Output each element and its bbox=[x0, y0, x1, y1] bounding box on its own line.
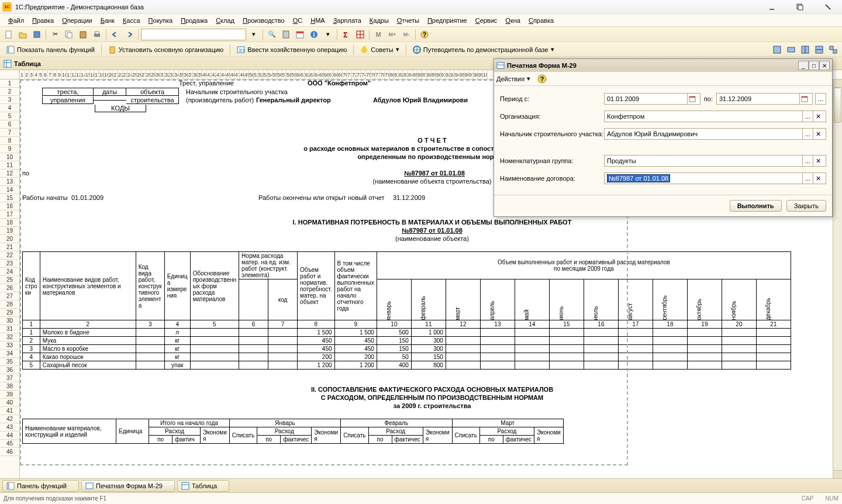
redo-icon[interactable] bbox=[123, 28, 136, 41]
dlg-close-button[interactable]: ✕ bbox=[819, 61, 830, 70]
doc-tab-label: Таблица bbox=[14, 60, 41, 67]
select-button[interactable]: ... bbox=[802, 156, 813, 166]
window-icon-5[interactable] bbox=[827, 43, 840, 56]
guide-button[interactable]: Путеводитель по демонстрационной базе▾ bbox=[409, 43, 558, 56]
actions-menu[interactable]: Действия bbox=[496, 75, 524, 82]
date-from-input[interactable]: 01.01.2009 bbox=[604, 93, 700, 105]
svg-rect-37 bbox=[816, 46, 823, 50]
menu-bank[interactable]: Банк bbox=[97, 16, 118, 25]
period-from-label: Период с: bbox=[500, 95, 604, 102]
statusbar: Для получения подсказки нажмите F1 CAP N… bbox=[0, 492, 842, 504]
clear-button[interactable]: ✕ bbox=[813, 129, 823, 139]
enter-op-button[interactable]: Кт Ввести хозяйственную операцию bbox=[233, 43, 351, 56]
search-input[interactable] bbox=[141, 29, 246, 40]
clear-button[interactable]: ✕ bbox=[813, 111, 823, 122]
date-to-input[interactable]: 31.12.2009 bbox=[716, 93, 813, 105]
close-button[interactable] bbox=[816, 1, 840, 13]
undo-icon[interactable] bbox=[109, 28, 122, 41]
info-icon[interactable]: i bbox=[308, 28, 320, 41]
guide-label: Путеводитель по демонстрационной базе bbox=[423, 46, 548, 53]
select-button[interactable]: ... bbox=[802, 129, 813, 139]
menu-service[interactable]: Сервис bbox=[472, 16, 501, 25]
menu-prodaja[interactable]: Продажа bbox=[177, 16, 211, 25]
menu-file[interactable]: Файл bbox=[5, 16, 27, 25]
enter-op-label: Ввести хозяйственную операцию bbox=[247, 46, 347, 53]
app-title: 1С:Предприятие - Демонстрационная база bbox=[15, 4, 760, 11]
calendar-icon[interactable] bbox=[294, 28, 306, 41]
window-icon-4[interactable] bbox=[813, 43, 826, 56]
set-org-button[interactable]: Установить основную организацию bbox=[104, 43, 228, 56]
vertical-scrollbar[interactable] bbox=[833, 80, 842, 478]
calendar-button[interactable] bbox=[799, 94, 810, 104]
window-icon-3[interactable] bbox=[799, 43, 812, 56]
nom-input[interactable]: Продукты ...✕ bbox=[604, 155, 826, 167]
paste-icon[interactable] bbox=[77, 28, 89, 41]
menu-os[interactable]: ОС bbox=[289, 16, 306, 25]
select-button[interactable]: ... bbox=[802, 111, 813, 122]
menu-otchety[interactable]: Отчеты bbox=[394, 16, 423, 25]
dlg-close-action[interactable]: Закрыть bbox=[786, 200, 826, 212]
print-icon[interactable] bbox=[91, 28, 103, 41]
find-icon[interactable]: 🔍 bbox=[265, 28, 278, 41]
dialog-titlebar[interactable]: Печатная Форма М-29 _ □ ✕ bbox=[494, 59, 832, 72]
run-button[interactable]: Выполнить bbox=[730, 200, 782, 212]
cut-icon[interactable]: ✂ bbox=[49, 28, 61, 41]
calendar-button[interactable] bbox=[687, 94, 698, 104]
save-icon[interactable] bbox=[30, 28, 43, 41]
advice-button[interactable]: Советы▾ bbox=[356, 43, 403, 56]
clear-button[interactable]: ✕ bbox=[813, 156, 823, 166]
window-icon-1[interactable] bbox=[771, 43, 784, 56]
menu-kadry[interactable]: Кадры bbox=[366, 16, 392, 25]
dialog-toolbar: Действия▾ ? bbox=[494, 72, 832, 86]
show-panel-button[interactable]: Показать панель функций bbox=[2, 43, 99, 56]
open-icon[interactable] bbox=[16, 28, 29, 41]
period-select-button[interactable]: ... bbox=[815, 93, 826, 105]
m-minus-icon[interactable]: M- bbox=[400, 28, 413, 41]
new-doc-icon[interactable] bbox=[2, 28, 15, 41]
menu-predpr[interactable]: Предприятие bbox=[424, 16, 471, 25]
org-input[interactable]: Конфетпром ...✕ bbox=[604, 111, 826, 122]
m-plus-icon[interactable]: M+ bbox=[386, 28, 399, 41]
menu-kassa[interactable]: Касса bbox=[119, 16, 144, 25]
menu-operations[interactable]: Операции bbox=[58, 16, 95, 25]
sum-icon[interactable]: Σ bbox=[340, 28, 353, 41]
menu-zarplata[interactable]: Зарплата bbox=[330, 16, 365, 25]
row-headers: 1234567891011121314151617181920212223242… bbox=[0, 80, 20, 478]
help-icon[interactable]: ? bbox=[537, 74, 547, 84]
copy-icon[interactable] bbox=[63, 28, 75, 41]
dlg-minimize-button[interactable]: _ bbox=[798, 61, 809, 70]
dlg-maximize-button[interactable]: □ bbox=[809, 61, 819, 70]
menu-nma[interactable]: НМА bbox=[307, 16, 328, 25]
dog-input[interactable]: №87987 от 01.01.08 ...✕ bbox=[604, 172, 826, 184]
info-dd-icon[interactable]: ▾ bbox=[322, 28, 334, 41]
titlebar: 1С 1С:Предприятие - Демонстрационная баз… bbox=[0, 0, 842, 14]
maximize-button[interactable] bbox=[788, 1, 812, 13]
svg-rect-51 bbox=[802, 96, 808, 98]
svg-text:Кт: Кт bbox=[239, 47, 244, 53]
dog-label: Наименование договора: bbox=[500, 175, 604, 182]
menu-edit[interactable]: Правка bbox=[29, 16, 57, 25]
help-icon[interactable]: ? bbox=[418, 28, 431, 41]
menu-proizv[interactable]: Производство bbox=[239, 16, 288, 25]
task-table[interactable]: Таблица bbox=[177, 480, 229, 492]
task-form[interactable]: Печатная Форма М-29 bbox=[81, 480, 175, 492]
minimize-button[interactable] bbox=[760, 1, 784, 13]
menu-pokupka[interactable]: Покупка bbox=[145, 16, 177, 25]
nach-input[interactable]: Абдулов Юрий Владимирович ...✕ bbox=[604, 128, 826, 140]
menubar: Файл Правка Операции Банк Касса Покупка … bbox=[0, 14, 842, 27]
calc-icon[interactable] bbox=[279, 28, 292, 41]
report-table-1: Код стро ки Наименование видов работ, ко… bbox=[22, 251, 791, 370]
task-panel[interactable]: Панель функций bbox=[2, 480, 79, 492]
menu-okna[interactable]: Окна bbox=[502, 16, 524, 25]
window-icon-2[interactable] bbox=[785, 43, 798, 56]
svg-rect-44 bbox=[497, 63, 504, 68]
grid-icon[interactable] bbox=[354, 28, 367, 41]
clear-button[interactable]: ✕ bbox=[813, 173, 823, 184]
search-dd-icon[interactable]: ▾ bbox=[247, 28, 260, 41]
menu-help[interactable]: Справка bbox=[525, 16, 557, 25]
nach-label: Начальник строительного участка: bbox=[500, 130, 604, 137]
menu-sklad[interactable]: Склад bbox=[212, 16, 238, 25]
select-button[interactable]: ... bbox=[802, 173, 813, 184]
m-icon[interactable]: M bbox=[372, 28, 385, 41]
table-icon bbox=[4, 60, 12, 68]
